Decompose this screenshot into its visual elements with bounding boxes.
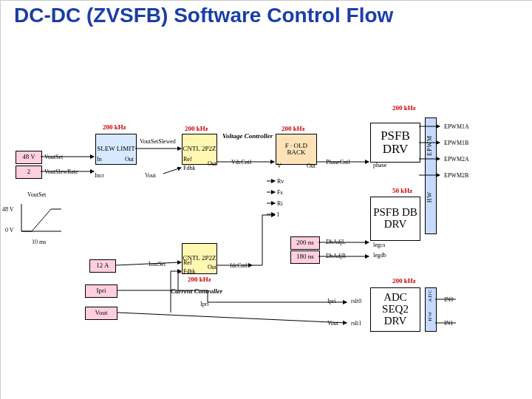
lbl-in: In: [97, 156, 102, 163]
lbl-psfb-drv: PSFB DRV: [371, 129, 420, 156]
sig-vout: Vout: [145, 172, 156, 179]
lbl-current-controller: Current Controller: [171, 287, 222, 295]
lbl-legcs: legcs: [373, 242, 385, 248]
input-48v: 48 V: [16, 151, 42, 164]
input-db-r: 180 ns: [290, 250, 320, 264]
lbl-out2: Out: [208, 160, 216, 167]
lbl-psfb-db-drv: PSFB DB DRV: [371, 207, 420, 231]
sig-dbadjl: DbAdjL: [326, 239, 346, 245]
input-db-l: 200 ns: [290, 236, 320, 250]
lbl-incr: Incr: [95, 172, 104, 179]
sig-idccntl: IdcCntl: [230, 262, 248, 269]
lbl-i: I: [277, 211, 279, 218]
vlabel-epwm: EPWM: [426, 135, 433, 156]
sig-voutslewrate: VoutSlewRate: [44, 168, 78, 175]
sig-epwm1a: EPWM1A: [444, 123, 469, 130]
rate-db: 50 kHz: [392, 187, 412, 194]
axis-v0: 0 V: [5, 227, 14, 233]
lbl-out4: Out: [208, 264, 216, 270]
sig-ipri3: Ipri: [327, 298, 336, 304]
lbl-adc: ADC SEQ2 DRV: [371, 292, 420, 327]
lbl-phase: phase: [373, 162, 386, 168]
lbl-v: V: [277, 163, 282, 169]
page-title: DC-DC (ZVSFB) Software Control Flow: [14, 4, 393, 27]
lbl-fdbk2: Fdbk: [183, 268, 195, 275]
input-vout: Vout: [85, 307, 117, 320]
vlabel-hw: HW: [426, 191, 433, 202]
sig-voutset: VoutSet: [44, 154, 63, 160]
svg-line-5: [163, 168, 181, 174]
rate-adc: 200 kHz: [392, 277, 416, 284]
block-back: F · OLD BACK: [276, 134, 317, 165]
lbl-ref: Ref: [183, 156, 192, 163]
lbl-fdbk: Fdbk: [183, 165, 195, 171]
sig-in1: IN1: [444, 320, 453, 327]
sig-dbadjr: DbAdjR: [326, 253, 346, 259]
sig-ipri2: Ipri: [200, 301, 209, 307]
lbl-legdb: legdb: [373, 252, 386, 259]
connectors: [1, 1, 532, 399]
sig-epwm2a: EPWM2A: [444, 156, 469, 163]
vlabel-adc: ADC: [427, 289, 433, 302]
rate-top: 200 kHz: [392, 104, 416, 112]
diagram-canvas: DC-DC (ZVSFB) Software Control Flow 48 V…: [0, 0, 532, 399]
input-slewrate: 2: [16, 166, 42, 179]
sig-phasecntl: PhaseCntl: [326, 159, 349, 166]
block-psfb-db-drv: PSFB DB DRV: [370, 197, 420, 241]
rate-cntlv: 200 kHz: [185, 125, 208, 132]
axis-v48: 48 V: [2, 206, 14, 213]
sig-rslt0: rslt0: [351, 298, 361, 304]
sig-vout2: Vout: [327, 320, 338, 327]
rate-slew: 200 kHz: [103, 123, 126, 131]
sig-epwm2b: EPWM2B: [444, 172, 468, 179]
lbl-fs: Fs: [277, 189, 283, 196]
rate-phase: 200 kHz: [282, 125, 305, 132]
lbl-ref2: Ref: [183, 259, 192, 266]
axis-title: VoutSet: [27, 191, 46, 198]
lbl-out: Out: [125, 156, 134, 163]
sig-epwm1b: EPWM1B: [444, 140, 468, 146]
sig-ioutset: IoutSet: [149, 261, 166, 267]
lbl-rv: Rv: [277, 178, 284, 185]
axis-t10: 10 ms: [32, 239, 46, 245]
sig-in0: IN0: [444, 296, 453, 303]
rate-cntli: 200 kHz: [188, 276, 211, 283]
lbl-ri: Ri: [277, 200, 283, 207]
vlabel-hw2: HW: [427, 311, 433, 321]
sig-vdccntl: VdcCntl: [231, 159, 251, 166]
input-12a: 12 A: [89, 259, 116, 273]
input-ipri: Ipri: [85, 284, 117, 298]
mini-plot: [16, 200, 67, 237]
lbl-out3: Out: [307, 163, 316, 169]
lbl-voltage-controller: Voltage Controller: [222, 132, 273, 140]
block-psfb-drv: PSFB DRV: [370, 123, 420, 163]
sig-rslt1: rslt1: [351, 320, 361, 327]
sig-voutsetslewed: VoutSetSlewed: [140, 138, 176, 145]
block-adc: ADC SEQ2 DRV: [370, 287, 420, 332]
